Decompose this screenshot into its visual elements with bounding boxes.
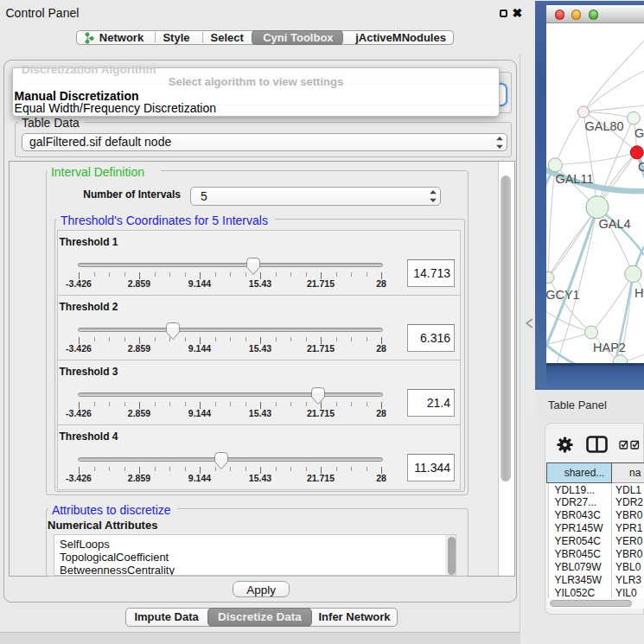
svg-text:GA: GA [634,126,644,140]
svg-text:H: H [634,286,643,300]
svg-text:GCY1: GCY1 [546,288,580,302]
svg-text:HAP2: HAP2 [593,341,626,354]
svg-text:C: C [638,160,644,174]
svg-text:GAL80: GAL80 [585,119,624,133]
svg-text:GAL4: GAL4 [599,217,631,231]
svg-text:GAL11: GAL11 [555,172,593,186]
